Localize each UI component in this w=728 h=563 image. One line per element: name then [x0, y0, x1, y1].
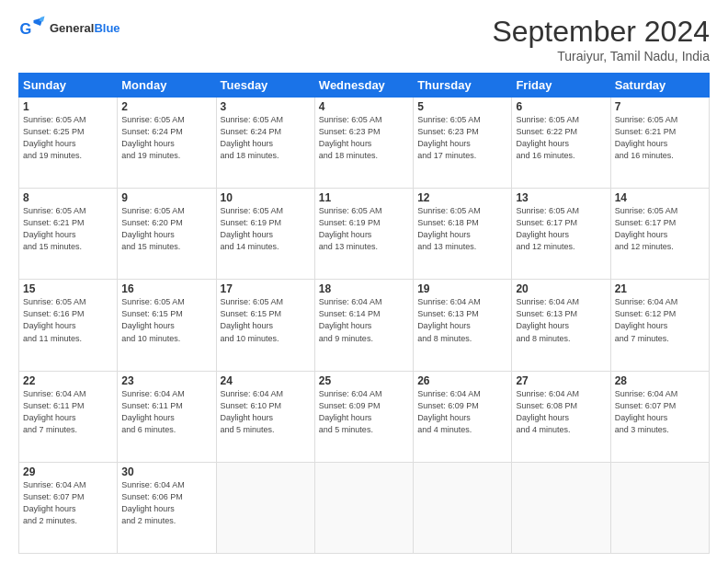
calendar-cell: 5 Sunrise: 6:05 AM Sunset: 6:23 PM Dayli…	[414, 98, 512, 189]
calendar-cell: 10 Sunrise: 6:05 AM Sunset: 6:19 PM Dayl…	[216, 189, 314, 280]
day-info: Sunrise: 6:05 AM Sunset: 6:21 PM Dayligh…	[615, 114, 705, 162]
day-number: 30	[121, 465, 211, 478]
calendar-cell: 29 Sunrise: 6:04 AM Sunset: 6:07 PM Dayl…	[19, 462, 118, 553]
calendar-cell: 1 Sunrise: 6:05 AM Sunset: 6:25 PM Dayli…	[19, 98, 118, 189]
day-number: 15	[23, 282, 113, 295]
day-number: 28	[615, 374, 705, 387]
calendar-cell: 25 Sunrise: 6:04 AM Sunset: 6:09 PM Dayl…	[314, 371, 413, 462]
day-number: 10	[221, 191, 311, 204]
day-number: 4	[319, 100, 409, 113]
day-info: Sunrise: 6:05 AM Sunset: 6:15 PM Dayligh…	[121, 296, 211, 344]
day-number: 23	[121, 374, 211, 387]
calendar-cell: 22 Sunrise: 6:04 AM Sunset: 6:11 PM Dayl…	[19, 371, 118, 462]
day-info: Sunrise: 6:05 AM Sunset: 6:25 PM Dayligh…	[23, 114, 113, 162]
day-number: 29	[23, 465, 113, 478]
day-header-wednesday: Wednesday	[314, 74, 413, 98]
day-info: Sunrise: 6:05 AM Sunset: 6:23 PM Dayligh…	[417, 114, 507, 162]
calendar-cell: 20 Sunrise: 6:04 AM Sunset: 6:13 PM Dayl…	[512, 280, 610, 371]
day-number: 16	[121, 282, 211, 295]
day-number: 1	[23, 100, 113, 113]
day-number: 24	[221, 374, 311, 387]
day-number: 5	[417, 100, 507, 113]
calendar-cell: 27 Sunrise: 6:04 AM Sunset: 6:08 PM Dayl…	[512, 371, 610, 462]
day-info: Sunrise: 6:04 AM Sunset: 6:13 PM Dayligh…	[516, 296, 606, 344]
header: G GeneralBlue September 2024 Turaiyur, T…	[18, 15, 710, 63]
calendar-cell: 11 Sunrise: 6:05 AM Sunset: 6:19 PM Dayl…	[314, 189, 413, 280]
day-info: Sunrise: 6:05 AM Sunset: 6:15 PM Dayligh…	[221, 296, 311, 344]
day-header-tuesday: Tuesday	[216, 74, 314, 98]
day-info: Sunrise: 6:04 AM Sunset: 6:14 PM Dayligh…	[319, 296, 409, 344]
day-header-saturday: Saturday	[610, 74, 709, 98]
day-info: Sunrise: 6:05 AM Sunset: 6:16 PM Dayligh…	[23, 296, 113, 344]
logo-blue: Blue	[94, 21, 119, 35]
day-info: Sunrise: 6:05 AM Sunset: 6:19 PM Dayligh…	[221, 205, 311, 253]
page: G GeneralBlue September 2024 Turaiyur, T…	[0, 0, 728, 563]
svg-text:G: G	[20, 20, 32, 37]
calendar-cell	[216, 462, 314, 553]
day-header-sunday: Sunday	[19, 74, 118, 98]
calendar-cell: 23 Sunrise: 6:04 AM Sunset: 6:11 PM Dayl…	[118, 371, 216, 462]
calendar-cell: 13 Sunrise: 6:05 AM Sunset: 6:17 PM Dayl…	[512, 189, 610, 280]
calendar-cell: 16 Sunrise: 6:05 AM Sunset: 6:15 PM Dayl…	[118, 280, 216, 371]
day-info: Sunrise: 6:05 AM Sunset: 6:17 PM Dayligh…	[615, 205, 705, 253]
calendar-cell: 7 Sunrise: 6:05 AM Sunset: 6:21 PM Dayli…	[610, 98, 709, 189]
day-number: 18	[319, 282, 409, 295]
day-number: 20	[516, 282, 606, 295]
day-info: Sunrise: 6:05 AM Sunset: 6:22 PM Dayligh…	[516, 114, 606, 162]
day-number: 14	[615, 191, 705, 204]
day-info: Sunrise: 6:04 AM Sunset: 6:08 PM Dayligh…	[516, 388, 606, 436]
calendar-cell: 28 Sunrise: 6:04 AM Sunset: 6:07 PM Dayl…	[610, 371, 709, 462]
calendar-week-row: 8 Sunrise: 6:05 AM Sunset: 6:21 PM Dayli…	[19, 189, 710, 280]
calendar-cell: 3 Sunrise: 6:05 AM Sunset: 6:24 PM Dayli…	[216, 98, 314, 189]
day-number: 26	[417, 374, 507, 387]
calendar-cell: 18 Sunrise: 6:04 AM Sunset: 6:14 PM Dayl…	[314, 280, 413, 371]
calendar-cell: 6 Sunrise: 6:05 AM Sunset: 6:22 PM Dayli…	[512, 98, 610, 189]
calendar-cell: 17 Sunrise: 6:05 AM Sunset: 6:15 PM Dayl…	[216, 280, 314, 371]
day-info: Sunrise: 6:04 AM Sunset: 6:09 PM Dayligh…	[319, 388, 409, 436]
day-number: 25	[319, 374, 409, 387]
day-number: 8	[23, 191, 113, 204]
calendar-cell: 14 Sunrise: 6:05 AM Sunset: 6:17 PM Dayl…	[610, 189, 709, 280]
day-number: 6	[516, 100, 606, 113]
day-info: Sunrise: 6:05 AM Sunset: 6:24 PM Dayligh…	[121, 114, 211, 162]
calendar-cell	[610, 462, 709, 553]
calendar-header-row: SundayMondayTuesdayWednesdayThursdayFrid…	[19, 74, 710, 98]
day-info: Sunrise: 6:04 AM Sunset: 6:11 PM Dayligh…	[121, 388, 211, 436]
calendar-cell	[414, 462, 512, 553]
day-info: Sunrise: 6:05 AM Sunset: 6:17 PM Dayligh…	[516, 205, 606, 253]
calendar-cell: 4 Sunrise: 6:05 AM Sunset: 6:23 PM Dayli…	[314, 98, 413, 189]
calendar-week-row: 22 Sunrise: 6:04 AM Sunset: 6:11 PM Dayl…	[19, 371, 710, 462]
day-number: 12	[417, 191, 507, 204]
day-info: Sunrise: 6:05 AM Sunset: 6:20 PM Dayligh…	[121, 205, 211, 253]
day-number: 7	[615, 100, 705, 113]
calendar-cell	[314, 462, 413, 553]
calendar-week-row: 1 Sunrise: 6:05 AM Sunset: 6:25 PM Dayli…	[19, 98, 710, 189]
day-number: 27	[516, 374, 606, 387]
calendar-cell: 19 Sunrise: 6:04 AM Sunset: 6:13 PM Dayl…	[414, 280, 512, 371]
calendar-cell: 15 Sunrise: 6:05 AM Sunset: 6:16 PM Dayl…	[19, 280, 118, 371]
logo: G GeneralBlue	[18, 15, 120, 42]
day-info: Sunrise: 6:04 AM Sunset: 6:13 PM Dayligh…	[417, 296, 507, 344]
title-block: September 2024 Turaiyur, Tamil Nadu, Ind…	[492, 15, 710, 63]
day-info: Sunrise: 6:04 AM Sunset: 6:09 PM Dayligh…	[417, 388, 507, 436]
day-number: 19	[417, 282, 507, 295]
day-number: 21	[615, 282, 705, 295]
day-header-monday: Monday	[118, 74, 216, 98]
day-info: Sunrise: 6:05 AM Sunset: 6:24 PM Dayligh…	[221, 114, 311, 162]
day-info: Sunrise: 6:04 AM Sunset: 6:10 PM Dayligh…	[221, 388, 311, 436]
calendar-week-row: 29 Sunrise: 6:04 AM Sunset: 6:07 PM Dayl…	[19, 462, 710, 553]
day-info: Sunrise: 6:04 AM Sunset: 6:11 PM Dayligh…	[23, 388, 113, 436]
day-header-thursday: Thursday	[414, 74, 512, 98]
calendar-week-row: 15 Sunrise: 6:05 AM Sunset: 6:16 PM Dayl…	[19, 280, 710, 371]
day-info: Sunrise: 6:04 AM Sunset: 6:07 PM Dayligh…	[23, 479, 113, 527]
calendar-cell: 24 Sunrise: 6:04 AM Sunset: 6:10 PM Dayl…	[216, 371, 314, 462]
day-info: Sunrise: 6:05 AM Sunset: 6:19 PM Dayligh…	[319, 205, 409, 253]
calendar-cell: 2 Sunrise: 6:05 AM Sunset: 6:24 PM Dayli…	[118, 98, 216, 189]
logo-icon: G	[18, 15, 46, 42]
day-info: Sunrise: 6:05 AM Sunset: 6:23 PM Dayligh…	[319, 114, 409, 162]
day-info: Sunrise: 6:04 AM Sunset: 6:07 PM Dayligh…	[615, 388, 705, 436]
day-number: 9	[121, 191, 211, 204]
svg-marker-2	[40, 17, 45, 22]
day-info: Sunrise: 6:04 AM Sunset: 6:12 PM Dayligh…	[615, 296, 705, 344]
month-title: September 2024	[492, 15, 710, 49]
